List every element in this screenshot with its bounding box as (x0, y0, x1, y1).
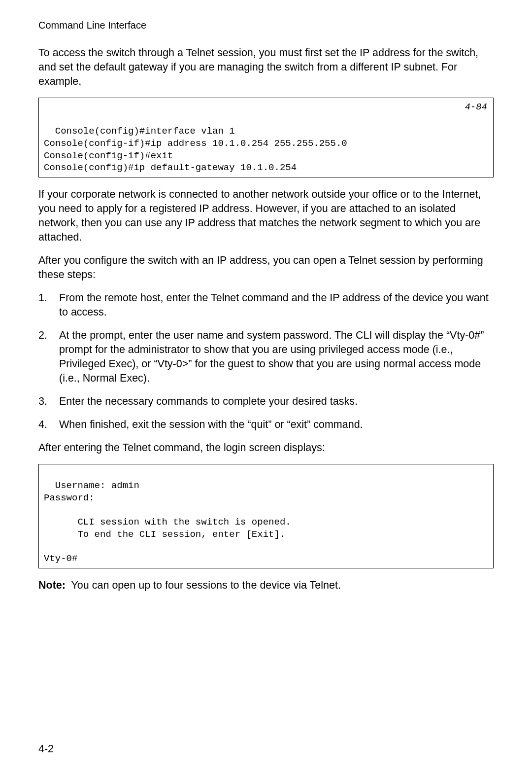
note-label: Note: (38, 579, 66, 591)
step-item: From the remote host, enter the Telnet c… (38, 291, 494, 319)
note-text: You can open up to four sessions to the … (71, 579, 341, 591)
telnet-intro-paragraph: After you configure the switch with an I… (38, 253, 494, 282)
step-item: Enter the necessary commands to complete… (38, 394, 494, 409)
code-reference: 4-84 (465, 101, 487, 113)
network-paragraph: If your corporate network is connected t… (38, 187, 494, 245)
note: Note: You can open up to four sessions t… (38, 578, 494, 593)
code-block-config: 4-84 Console(config)#interface vlan 1 Co… (38, 98, 494, 177)
steps-list: From the remote host, enter the Telnet c… (38, 291, 494, 432)
step-item: When finished, exit the session with the… (38, 418, 494, 432)
code-content: Console(config)#interface vlan 1 Console… (44, 126, 347, 173)
login-paragraph: After entering the Telnet command, the l… (38, 441, 494, 455)
step-item: At the prompt, enter the user name and s… (38, 328, 494, 386)
intro-paragraph: To access the switch through a Telnet se… (38, 46, 494, 89)
section-header: Command Line Interface (38, 20, 494, 31)
code-block-login: Username: admin Password: CLI session wi… (38, 464, 494, 568)
code-content: Username: admin Password: CLI session wi… (44, 480, 291, 564)
page-number: 4-2 (38, 743, 54, 755)
